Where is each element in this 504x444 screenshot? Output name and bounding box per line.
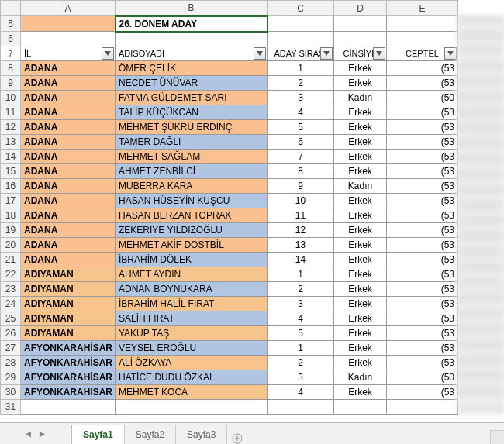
row-header[interactable]: 23: [1, 282, 21, 297]
cell-sira[interactable]: 3: [268, 297, 334, 311]
cell-cins[interactable]: Erkek: [334, 223, 387, 238]
filter-button-ceptel[interactable]: [444, 47, 457, 60]
cell-tel[interactable]: (53: [387, 385, 458, 400]
filter-button-il[interactable]: [102, 47, 114, 60]
header-aday-sirasi[interactable]: ADAY SIRASI: [268, 46, 334, 61]
spreadsheet-grid[interactable]: A B C D E 5 26. DÖNEM ADAY 6 7 İ: [0, 0, 504, 415]
cell-tel[interactable]: (53: [387, 311, 458, 326]
row-header[interactable]: 5: [1, 16, 21, 32]
cell-il[interactable]: AFYONKARAHİSAR: [21, 356, 116, 370]
cell-name[interactable]: HASAN HÜSEYİN KUŞCU: [116, 194, 268, 208]
cell-il[interactable]: AFYONKARAHİSAR: [21, 385, 116, 400]
sheet-tab-sayfa3[interactable]: Sayfa3: [176, 425, 227, 444]
cell-name[interactable]: TAMER DAĞLI: [116, 135, 268, 150]
cell-il[interactable]: ADANA: [21, 208, 116, 223]
sheet-tab-sayfa2[interactable]: Sayfa2: [125, 425, 176, 444]
sheet-tab-sayfa1[interactable]: Sayfa1: [71, 425, 125, 444]
cell-il[interactable]: ADANA: [21, 179, 116, 194]
cell-cins[interactable]: Kadın: [334, 91, 387, 105]
cell-name[interactable]: AHMET AYDIN: [116, 267, 268, 282]
header-ceptel[interactable]: CEPTEL: [387, 46, 458, 61]
cell-sira[interactable]: 2: [268, 282, 334, 297]
cell-il[interactable]: ADANA: [21, 194, 116, 208]
row-header[interactable]: 28: [1, 356, 21, 370]
cell-sira[interactable]: 1: [268, 267, 334, 282]
cell-cins[interactable]: Erkek: [334, 282, 387, 297]
cell-sira[interactable]: 5: [268, 120, 334, 135]
cell-il[interactable]: ADANA: [21, 223, 116, 238]
cell-il[interactable]: ADANA: [21, 150, 116, 164]
cell-sira[interactable]: 7: [268, 150, 334, 164]
cell-sira[interactable]: 3: [268, 91, 334, 105]
cell-sira[interactable]: 3: [268, 370, 334, 385]
row-header[interactable]: 25: [1, 311, 21, 326]
col-header-E[interactable]: E: [387, 1, 458, 16]
cell-name[interactable]: MEHMET AKİF DOSTBİL: [116, 238, 268, 253]
cell-name[interactable]: MEHMET KOCA: [116, 385, 268, 400]
cell-sira[interactable]: 8: [268, 164, 334, 179]
cell-cins[interactable]: Erkek: [334, 341, 387, 356]
cell-sira[interactable]: 13: [268, 238, 334, 253]
cell-A5[interactable]: [21, 16, 116, 32]
cell-tel[interactable]: (53: [387, 282, 458, 297]
col-header-B[interactable]: B: [116, 1, 268, 16]
row-header[interactable]: 14: [1, 150, 21, 164]
cell-sira[interactable]: 14: [268, 253, 334, 267]
cell-tel[interactable]: (53: [387, 179, 458, 194]
cell-name[interactable]: VEYSEL EROĞLU: [116, 341, 268, 356]
cell-il[interactable]: ADANA: [21, 238, 116, 253]
header-adisoyadi[interactable]: ADISOYADI: [116, 46, 268, 61]
title-cell[interactable]: 26. DÖNEM ADAY: [116, 16, 268, 32]
cell-tel[interactable]: (53: [387, 135, 458, 150]
tab-nav-prev-icon[interactable]: ◄: [24, 429, 33, 439]
cell-cins[interactable]: Erkek: [334, 120, 387, 135]
cell-sira[interactable]: 4: [268, 385, 334, 400]
cell-tel[interactable]: (53: [387, 208, 458, 223]
cell-cins[interactable]: Erkek: [334, 238, 387, 253]
cell-il[interactable]: ADIYAMAN: [21, 311, 116, 326]
tab-nav-buttons[interactable]: ◄ ►: [0, 423, 71, 444]
cell-cins[interactable]: Erkek: [334, 311, 387, 326]
cell-cins[interactable]: Erkek: [334, 150, 387, 164]
filter-button-aday-sirasi[interactable]: [320, 47, 333, 60]
cell-name[interactable]: ALİ ÖZKAYA: [116, 356, 268, 370]
cell-il[interactable]: ADANA: [21, 135, 116, 150]
cell-name[interactable]: MEHMET ŞÜKRÜ ERDİNÇ: [116, 120, 268, 135]
cell-sira[interactable]: 2: [268, 76, 334, 91]
cell-name[interactable]: HASAN BERZAN TOPRAK: [116, 208, 268, 223]
row-header[interactable]: 18: [1, 208, 21, 223]
cell-cins[interactable]: Erkek: [334, 253, 387, 267]
cell-il[interactable]: ADANA: [21, 91, 116, 105]
cell-sira[interactable]: 1: [268, 61, 334, 76]
cell-cins[interactable]: Erkek: [334, 105, 387, 120]
cell-cins[interactable]: Erkek: [334, 297, 387, 311]
cell-tel[interactable]: (53: [387, 61, 458, 76]
cell-name[interactable]: ZEKERİYE YILDIZOĞLU: [116, 223, 268, 238]
cell-cins[interactable]: Erkek: [334, 385, 387, 400]
cell-tel[interactable]: (53: [387, 150, 458, 164]
row-header[interactable]: 16: [1, 179, 21, 194]
cell-E5[interactable]: [387, 16, 458, 32]
row-header[interactable]: 11: [1, 105, 21, 120]
cell-tel[interactable]: (53: [387, 194, 458, 208]
row-header[interactable]: 27: [1, 341, 21, 356]
cell-cins[interactable]: Erkek: [334, 76, 387, 91]
row-header[interactable]: 10: [1, 91, 21, 105]
cell-cins[interactable]: Kadın: [334, 370, 387, 385]
cell-sira[interactable]: 6: [268, 135, 334, 150]
cell-tel[interactable]: (53: [387, 341, 458, 356]
cell-name[interactable]: TALİP KÜÇÜKCAN: [116, 105, 268, 120]
row-header[interactable]: 20: [1, 238, 21, 253]
filter-button-cinsiye[interactable]: [373, 47, 385, 60]
row-header[interactable]: 8: [1, 61, 21, 76]
cell-sira[interactable]: 11: [268, 208, 334, 223]
cell-name[interactable]: İBRAHİM HALİL FIRAT: [116, 297, 268, 311]
cell-tel[interactable]: (53: [387, 105, 458, 120]
cell-tel[interactable]: (53: [387, 223, 458, 238]
select-all-corner[interactable]: [1, 1, 21, 16]
new-sheet-button[interactable]: [227, 433, 247, 444]
row-header[interactable]: 15: [1, 164, 21, 179]
cell-il[interactable]: ADANA: [21, 76, 116, 91]
row-header[interactable]: 30: [1, 385, 21, 400]
cell-il[interactable]: ADANA: [21, 105, 116, 120]
